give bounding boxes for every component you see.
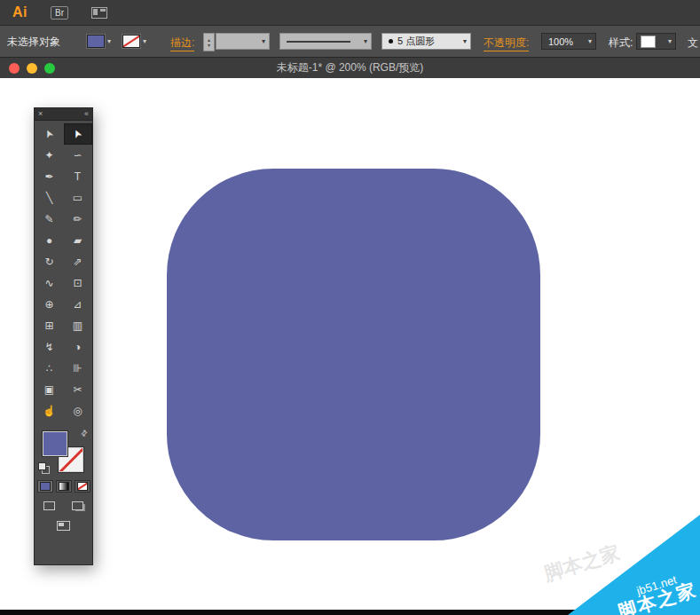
tool-perspective-grid[interactable]: ⊿: [64, 294, 92, 315]
panel-collapse-icon[interactable]: «: [84, 108, 89, 120]
swap-fill-stroke-icon[interactable]: ⇄: [79, 428, 90, 438]
gradient-button[interactable]: [56, 480, 72, 493]
lasso-icon: ∽: [73, 150, 82, 161]
round-brush-preview-icon: [389, 39, 393, 43]
tool-blend[interactable]: ◑: [64, 336, 92, 358]
paintbrush-icon: ✎: [44, 214, 53, 225]
chevron-down-icon[interactable]: ▾: [668, 38, 672, 45]
stroke-profile-dropdown[interactable]: ▾: [279, 33, 372, 50]
blob-brush-icon: ●: [46, 235, 52, 246]
screen-mode-icon: [57, 521, 70, 531]
tools-panel-header[interactable]: × «: [35, 108, 92, 121]
fill-color-control[interactable]: ▾: [87, 35, 111, 48]
solid-color-icon: [40, 482, 51, 491]
style-dropdown[interactable]: ▾: [636, 33, 676, 50]
tool-rectangle[interactable]: ▭: [64, 187, 92, 209]
fill-swatch[interactable]: [87, 35, 105, 48]
document-title-bar: 未标题-1* @ 200% (RGB/预览): [0, 58, 700, 79]
tool-slice[interactable]: ✂: [64, 379, 92, 400]
selection-icon: ➤: [43, 128, 56, 140]
opacity-dropdown[interactable]: 100% ▾: [541, 33, 596, 50]
tool-eyedropper[interactable]: ↯: [35, 336, 64, 358]
tool-zoom[interactable]: ◎: [64, 400, 92, 422]
symbol-sprayer-icon: ∴: [46, 363, 53, 374]
tool-scale[interactable]: ⇗: [64, 251, 92, 272]
none-button[interactable]: [75, 480, 90, 493]
draw-behind-button[interactable]: [69, 499, 87, 512]
tool-line-segment[interactable]: ╲: [35, 187, 64, 209]
tool-free-transform[interactable]: ⊡: [64, 272, 92, 294]
opacity-label-link[interactable]: 不透明度:: [484, 35, 529, 51]
tools-grid: ➤ ➤ ✦ ∽ ✒ T ╲ ▭ ✎ ✏ ● ▰ ↻ ⇗ ∿ ⊡ ⊕ ⊿ ⊞ ▥ …: [35, 123, 92, 422]
tool-gradient[interactable]: ▥: [64, 315, 92, 336]
chevron-down-icon[interactable]: ▾: [588, 38, 592, 45]
truncated-control-label: 文: [688, 35, 698, 51]
selection-status: 未选择对象: [7, 35, 60, 50]
tool-paintbrush[interactable]: ✎: [35, 209, 64, 230]
shape-builder-icon: ⊕: [44, 299, 53, 310]
tool-artboard[interactable]: ▣: [35, 379, 64, 400]
draw-normal-button[interactable]: [41, 499, 59, 512]
artboard[interactable]: [0, 78, 700, 615]
tool-lasso[interactable]: ∽: [64, 145, 92, 166]
none-slash-icon: [122, 35, 140, 48]
chevron-down-icon[interactable]: ▾: [364, 38, 367, 45]
screen-mode-button[interactable]: [55, 519, 73, 532]
tool-column-graph[interactable]: ⊪: [64, 358, 92, 379]
rectangle-icon: ▭: [73, 193, 83, 203]
chevron-down-icon[interactable]: ▾: [143, 38, 146, 45]
tool-selection[interactable]: ➤: [35, 123, 64, 145]
style-label: 样式:: [609, 35, 633, 51]
chevron-down-icon[interactable]: ▾: [262, 38, 265, 45]
tool-width[interactable]: ∿: [35, 272, 64, 294]
drawing-mode-buttons: [35, 499, 92, 512]
gradient-fill-icon: [59, 482, 69, 491]
stroke-swatch[interactable]: [122, 35, 140, 48]
brush-definition-dropdown[interactable]: 5 点圆形 ▾: [381, 33, 471, 50]
free-transform-icon: ⊡: [73, 278, 82, 288]
color-button[interactable]: [37, 480, 53, 493]
tool-pen[interactable]: ✒: [35, 166, 64, 187]
tool-magic-wand[interactable]: ✦: [35, 145, 64, 166]
stroke-weight-dropdown[interactable]: ▾: [216, 33, 270, 50]
tool-direct-selection[interactable]: ➤: [64, 123, 92, 145]
stroke-weight-stepper[interactable]: ▴ ▾: [203, 33, 215, 51]
tool-eraser[interactable]: ▰: [64, 230, 92, 251]
tool-pencil[interactable]: ✏: [64, 209, 92, 230]
artboard-tool-icon: ▣: [44, 384, 54, 395]
stroke-color-control[interactable]: ▾: [122, 35, 146, 48]
app-bar: Ai Br: [0, 0, 700, 26]
slice-icon: ✂: [73, 384, 82, 395]
eyedropper-icon: ↯: [44, 342, 53, 352]
style-swatch[interactable]: [641, 35, 656, 48]
panel-close-icon[interactable]: ×: [38, 108, 43, 120]
chevron-down-icon[interactable]: ▾: [463, 38, 467, 45]
stepper-down-icon[interactable]: ▾: [208, 43, 210, 48]
blend-icon: ◑: [75, 342, 81, 352]
tool-type[interactable]: T: [64, 166, 92, 187]
workspace-switcher-icon[interactable]: [91, 7, 107, 19]
tool-mesh[interactable]: ⊞: [35, 315, 64, 336]
screen-mode-row: [35, 519, 92, 532]
pencil-icon: ✏: [73, 214, 82, 225]
gradient-icon: ▥: [73, 320, 83, 331]
panel-fill-swatch[interactable]: [43, 431, 67, 456]
magic-wand-icon: ✦: [44, 150, 53, 161]
pen-icon: ✒: [44, 171, 53, 182]
tool-rotate[interactable]: ↻: [35, 251, 64, 272]
default-fill-stroke-icon[interactable]: [38, 462, 50, 474]
type-icon: T: [75, 171, 81, 182]
bridge-button[interactable]: Br: [51, 6, 68, 20]
chevron-down-icon[interactable]: ▾: [107, 38, 111, 45]
tools-panel: × « ➤ ➤ ✦ ∽ ✒ T ╲ ▭ ✎ ✏ ● ▰ ↻ ⇗ ∿ ⊡ ⊕ ⊿ …: [34, 107, 93, 565]
none-fill-icon: [77, 482, 88, 491]
fill-stroke-block: ⇄: [35, 427, 92, 477]
rounded-rectangle-shape[interactable]: [167, 169, 540, 540]
tool-symbol-sprayer[interactable]: ∴: [35, 358, 64, 379]
perspective-grid-icon: ⊿: [73, 299, 82, 310]
tool-blob-brush[interactable]: ●: [35, 230, 64, 251]
draw-behind-icon: [72, 501, 83, 510]
tool-shape-builder[interactable]: ⊕: [35, 294, 64, 315]
stroke-label-link[interactable]: 描边:: [170, 35, 194, 51]
tool-hand[interactable]: ☝: [35, 400, 64, 422]
